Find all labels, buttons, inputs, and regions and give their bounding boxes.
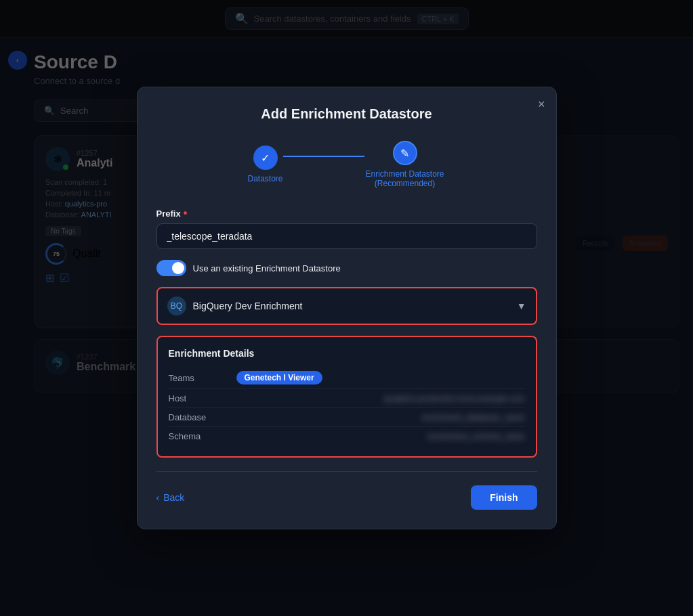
enrichment-details-panel: Enrichment Details Teams Genetech I View… (156, 336, 537, 458)
modal-divider (156, 471, 537, 472)
dropdown-selected-value: BigQuery Dev Enrichment (193, 301, 303, 311)
step-datastore: ✓ Datastore (247, 146, 282, 183)
existing-enrichment-toggle-row: Use an existing Enrichment Datastore (156, 260, 537, 276)
toggle-label: Use an existing Enrichment Datastore (193, 263, 341, 273)
modal-footer: ‹ Back Finish (156, 485, 537, 510)
existing-enrichment-toggle[interactable] (156, 260, 186, 276)
step-connector (283, 156, 364, 157)
detail-row-host: Host qualytics-production-host.example.c… (169, 389, 525, 408)
prefix-label: Prefix • (156, 207, 537, 219)
edit-icon: ✎ (400, 147, 409, 160)
modal-title: Add Enrichment Datastore (156, 106, 537, 122)
modal-overlay[interactable]: × Add Enrichment Datastore ✓ Datastore ✎… (0, 0, 693, 616)
schema-key: Schema (169, 431, 236, 441)
teams-badge: Genetech I Viewer (236, 371, 322, 384)
back-label: Back (163, 492, 184, 503)
step-2-circle: ✎ (393, 141, 417, 165)
schema-value: enrichment_schema_value (236, 432, 525, 441)
database-key: Database (169, 412, 236, 422)
step-2-label: Enrichment Datastore (Recommended) (364, 169, 446, 188)
back-button[interactable]: ‹ Back (156, 492, 185, 503)
detail-row-teams: Teams Genetech I Viewer (169, 367, 525, 389)
finish-button[interactable]: Finish (471, 485, 537, 510)
bigquery-icon: BQ (167, 296, 186, 315)
prefix-text: Prefix (156, 208, 181, 219)
teams-key: Teams (169, 373, 236, 383)
host-value: qualytics-production-host.example.com (236, 394, 525, 403)
detail-row-schema: Schema enrichment_schema_value (169, 427, 525, 445)
modal-close-button[interactable]: × (538, 98, 545, 110)
database-value: enrichment_database_name (236, 413, 525, 422)
host-key: Host (169, 393, 236, 403)
chevron-down-icon: ▼ (517, 301, 526, 311)
enrichment-datastore-dropdown[interactable]: BQ BigQuery Dev Enrichment ▼ (156, 287, 537, 325)
prefix-input[interactable] (156, 223, 537, 249)
enrichment-details-title: Enrichment Details (169, 348, 525, 359)
add-enrichment-modal: × Add Enrichment Datastore ✓ Datastore ✎… (137, 87, 557, 529)
required-indicator: • (184, 207, 188, 219)
step-1-label: Datastore (247, 174, 282, 183)
step-enrichment: ✎ Enrichment Datastore (Recommended) (364, 141, 446, 188)
chevron-left-icon: ‹ (156, 492, 160, 503)
detail-row-database: Database enrichment_database_name (169, 408, 525, 427)
step-1-circle: ✓ (253, 146, 278, 170)
prefix-group: Prefix • (156, 207, 537, 249)
checkmark-icon: ✓ (261, 152, 270, 164)
stepper: ✓ Datastore ✎ Enrichment Datastore (Reco… (156, 141, 537, 188)
